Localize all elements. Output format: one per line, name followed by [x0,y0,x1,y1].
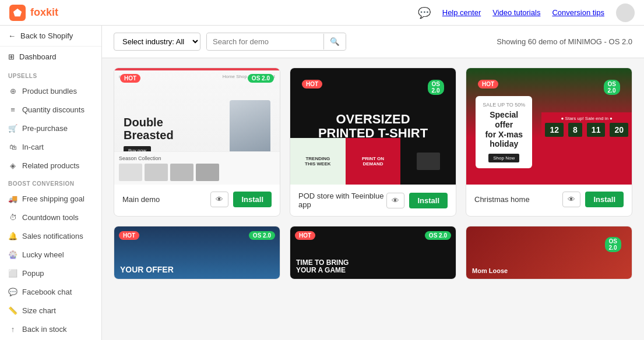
card5-text: TIME TO BRINGYOUR A GAME [296,259,349,274]
popup-icon: ⬜ [8,268,17,278]
badge-os-4: OS 2.0 [249,231,275,240]
related-icon: ◈ [8,161,17,170]
demo-card-2-actions: 👁 Install [386,193,448,208]
brand-bar [114,68,280,70]
main-layout: ← Back to Shopify ⊞ Dashboard UPSELLS ⊕ … [0,26,644,340]
badge-hot-1: HOT [120,74,140,83]
sidebar-item-in-cart[interactable]: 🛍 In-cart [0,137,101,156]
avatar[interactable] [616,3,635,22]
demo-preview-1: minimog Home Shop Blog Contact DoubleBre… [114,68,280,185]
demo-card-1: minimog Home Shop Blog Contact DoubleBre… [114,68,280,217]
topbar: foxkit 💬 Help center Video tutorials Con… [0,0,644,26]
wheel-icon: 🎡 [8,250,17,259]
install-button-2[interactable]: Install [409,193,448,208]
demo-card-6: OS 2.0 Mom Loose [466,226,632,279]
sidebar-item-free-shipping[interactable]: 🚚 Free shipping goal [0,189,101,208]
content-header: Select industry: All 🔍 Showing 60 demo o… [102,26,644,58]
demo-card-1-actions: 👁 Install [210,192,272,207]
search-input[interactable] [207,34,323,49]
demo-card-3-footer: Christmas home 👁 Install [466,185,632,214]
back-to-shopify[interactable]: ← Back to Shopify [0,26,101,47]
boost-section-title: BOOST CONVERSION [0,175,101,189]
demo-preview-2: HOT OS 2.0 OVERSIZEDPRINTED T-SHIRT TREN… [290,68,456,185]
prepurchase-icon: 🛒 [8,123,17,133]
countdown-icon: ⏱ [8,212,17,222]
badge-hot-4: HOT [119,231,139,240]
bundle-icon: ⊕ [8,86,17,95]
badge-os-2: OS 2.0 [428,80,444,95]
badge-hot-3: HOT [478,80,498,88]
topbar-nav: 💬 Help center Video tutorials Conversion… [418,3,635,22]
sizechart-icon: 📏 [8,306,17,315]
search-bar: 🔍 [206,33,346,51]
sidebar-item-facebook-chat[interactable]: 💬 Facebook chat [0,282,101,301]
card6-text: Mom Loose [472,267,508,274]
demo-card-2-footer: POD store with Teeinblue app 👁 Install [290,185,456,216]
sidebar-item-size-chart[interactable]: 📏 Size chart [0,301,101,320]
demo-preview-3: HOT OS 2.0 SALE UP TO 50% Special offerf… [466,68,632,185]
upsells-section-title: UPSELLS [0,67,101,82]
logo-text: foxkit [30,6,58,19]
preview-button-3[interactable]: 👁 [562,192,580,207]
badge-hot-2: HOT [302,80,322,88]
card4-text: YOUR OFFER [120,265,174,274]
topbar-left: foxkit [9,5,58,21]
help-center-link[interactable]: Help center [442,8,481,17]
dashboard-icon: ⊞ [8,52,15,61]
sidebar-item-sales-notifications[interactable]: 🔔 Sales notifications [0,226,101,245]
demo-card-2: HOT OS 2.0 OVERSIZEDPRINTED T-SHIRT TREN… [290,68,456,217]
sidebar-item-back-in-stock[interactable]: ↑ Back in stock [0,320,101,338]
showing-text: Showing 60 demo of MINIMOG - OS 2.0 [497,37,632,46]
install-button-3[interactable]: Install [585,192,624,207]
demo-card-1-footer: Main demo 👁 Install [114,185,280,214]
conversion-tips-link[interactable]: Conversion tips [552,8,604,17]
demo-card-3: HOT OS 2.0 SALE UP TO 50% Special offerf… [466,68,632,217]
card3-title: Special offerfor X-mas holiday [481,110,526,149]
card2-title: OVERSIZEDPRINTED T-SHIRT [318,112,428,140]
back-arrow-icon: ← [8,31,16,40]
demo-card-1-title: Main demo [122,195,210,204]
sidebar: ← Back to Shopify ⊞ Dashboard UPSELLS ⊕ … [0,26,102,340]
demo-card-5: HOT OS 2.0 TIME TO BRINGYOUR A GAME [290,226,456,279]
sidebar-item-countdown[interactable]: ⏱ Countdown tools [0,208,101,226]
card1-title: DoubleBreasted [124,116,174,141]
preview-button-1[interactable]: 👁 [210,192,228,207]
badge-os-5: OS 2.0 [425,231,451,240]
sidebar-item-related-products[interactable]: ◈ Related products [0,156,101,175]
video-tutorials-link[interactable]: Video tutorials [492,8,540,17]
qty-icon: ≡ [8,105,17,114]
incart-icon: 🛍 [8,142,17,151]
demo-card-4: HOT OS 2.0 YOUR OFFER [114,226,280,279]
preview-button-2[interactable]: 👁 [386,193,404,208]
stock-icon: ↑ [8,324,17,334]
search-button[interactable]: 🔍 [323,34,346,49]
content-header-left: Select industry: All 🔍 [114,33,346,51]
sidebar-item-dashboard[interactable]: ⊞ Dashboard [0,47,101,67]
demo-card-3-actions: 👁 Install [562,192,624,207]
svg-marker-0 [13,8,22,16]
content-area: Select industry: All 🔍 Showing 60 demo o… [102,26,644,340]
sidebar-item-popup[interactable]: ⬜ Popup [0,264,101,282]
chat-bubble-icon: 💬 [418,6,431,19]
bell-icon: 🔔 [8,231,17,240]
badge-hot-5: HOT [295,231,315,240]
sidebar-item-pre-purchase[interactable]: 🛒 Pre-purchase [0,119,101,137]
demo-grid: minimog Home Shop Blog Contact DoubleBre… [102,58,644,289]
logo-icon [9,5,26,21]
badge-os-3: OS 2.0 [604,80,620,95]
sidebar-item-quantity-discounts[interactable]: ≡ Quantity discounts [0,100,101,119]
sidebar-item-lucky-wheel[interactable]: 🎡 Lucky wheel [0,245,101,264]
demo-card-2-title: POD store with Teeinblue app [298,192,386,209]
facebook-icon: 💬 [8,287,17,296]
install-button-1[interactable]: Install [233,192,272,207]
shipping-icon: 🚚 [8,194,17,203]
demo-card-3-title: Christmas home [474,195,562,204]
sidebar-item-product-bundles[interactable]: ⊕ Product bundles [0,82,101,100]
badge-os-1: OS 2.0 [248,74,274,83]
badge-os-6: OS 2.0 [605,237,621,252]
industry-select[interactable]: Select industry: All [114,33,200,51]
